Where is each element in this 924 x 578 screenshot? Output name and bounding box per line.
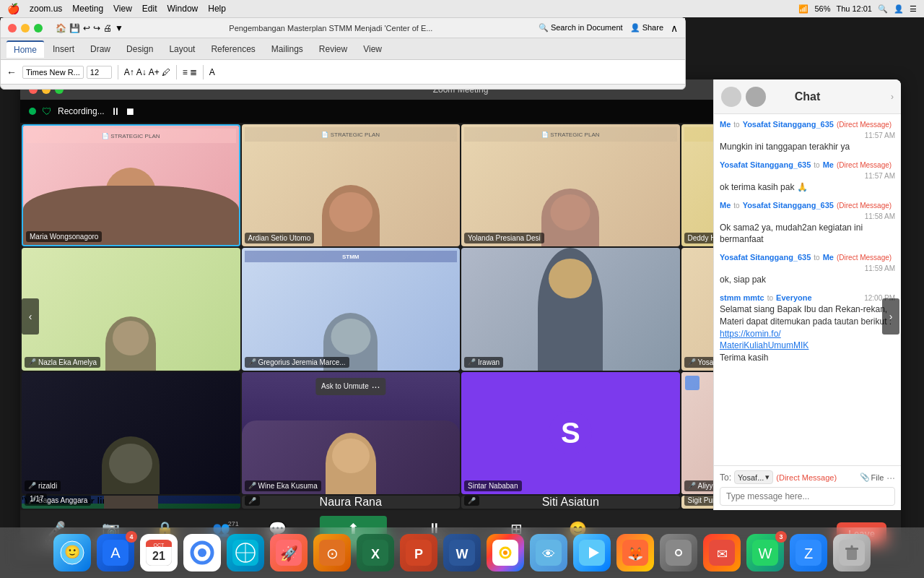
- dock-remotix[interactable]: ⊙: [313, 534, 351, 571]
- word-tab-design[interactable]: Design: [119, 41, 160, 57]
- word-list-btn[interactable]: ≡: [183, 67, 188, 77]
- word-italic-btn[interactable]: A↓: [136, 67, 147, 77]
- apple-logo[interactable]: 🍎: [7, 3, 19, 14]
- sintar-avatar: S: [549, 411, 592, 454]
- word-bold-btn[interactable]: A↑: [124, 67, 134, 77]
- video-cell-nazla: 🎤 Nazla Eka Amelya: [22, 248, 240, 370]
- wifi-icon: 📶: [798, 4, 808, 14]
- dock-photos[interactable]: [487, 534, 524, 571]
- word-maximize-btn[interactable]: [34, 24, 43, 33]
- menu-view[interactable]: View: [113, 4, 132, 14]
- nav-next-btn[interactable]: ›: [882, 298, 899, 335]
- word-color-btn[interactable]: A: [209, 67, 215, 77]
- user-icon[interactable]: 👤: [894, 4, 904, 14]
- word-close-btn[interactable]: [8, 24, 17, 33]
- word-tab-review[interactable]: Review: [312, 41, 354, 57]
- participants-count: 271: [228, 520, 239, 527]
- video-cell-siti: Siti Asiatun 🎤: [461, 496, 680, 509]
- more-options-icon[interactable]: ···: [372, 381, 380, 392]
- video-cell-ardian: 📄 STRATEGIC PLAN Ardian Setio Utomo: [242, 124, 461, 246]
- ask-to-unmute-btn[interactable]: true Ask to Unmute ···: [315, 378, 385, 395]
- dock-preview[interactable]: 👁: [530, 534, 567, 571]
- dock-trash[interactable]: [833, 534, 871, 571]
- page-indicator-left: 1/17: [26, 493, 47, 504]
- chat-link[interactable]: https://komin.fo/MateriKuliahUmumMIK: [720, 329, 808, 351]
- chat-to-chevron: ▾: [765, 473, 770, 482]
- menu-window[interactable]: Window: [167, 4, 199, 14]
- menu-meeting[interactable]: Meeting: [72, 4, 103, 14]
- dock-finder[interactable]: 🙂: [53, 534, 91, 571]
- chat-file-btn[interactable]: 📎 File: [860, 473, 884, 482]
- word-back-btn[interactable]: ←: [6, 66, 17, 78]
- nav-prev-btn[interactable]: ‹: [22, 298, 39, 335]
- word-window: 🏠 💾 ↩ ↪ 🖨 ▼ Pengembangan Masterplan STMM…: [0, 17, 686, 90]
- word-minimize-btn[interactable]: [21, 24, 30, 33]
- chat-msg-4-time: 11:59 AM: [865, 264, 895, 272]
- word-toolbar-icons: 🏠 💾 ↩ ↪ 🖨 ▼: [56, 23, 123, 33]
- participant-name-irawan: 🎤 Irawan: [464, 357, 503, 368]
- chat-msg-5-to: to: [767, 294, 773, 302]
- menu-edit[interactable]: Edit: [142, 4, 157, 14]
- chat-more-btn[interactable]: ···: [886, 472, 895, 483]
- chat-msg-3-to: to: [733, 202, 739, 210]
- menu-help[interactable]: Help: [208, 4, 226, 14]
- chat-input-row: [720, 487, 895, 506]
- dock-settings[interactable]: [660, 534, 697, 571]
- word-collapse-btn[interactable]: ∧: [671, 22, 678, 34]
- dock-excel[interactable]: X: [357, 534, 394, 571]
- chat-to-select[interactable]: Yosaf... ▾: [734, 470, 773, 484]
- word-underline-btn[interactable]: A+: [149, 67, 160, 77]
- word-ribbon: ← Times New R... 12 A↑ A↓ A+ 🖊 ≡ ≣ A: [1, 60, 685, 85]
- dock-zoom[interactable]: Z: [790, 534, 827, 571]
- recording-pause-btn[interactable]: ⏸: [110, 105, 121, 117]
- chat-msg-2-to: to: [814, 161, 819, 169]
- word-traffic-lights: [8, 24, 43, 33]
- spotlight-icon[interactable]: 🔍: [878, 4, 888, 14]
- appstore-badge: 4: [126, 531, 137, 543]
- word-tab-layout[interactable]: Layout: [162, 41, 202, 57]
- dock-spark[interactable]: ✉: [703, 534, 741, 571]
- dock-appstore[interactable]: A 4: [97, 534, 134, 571]
- dock-browser[interactable]: 🦊: [616, 534, 654, 571]
- recording-stop-btn[interactable]: ⏹: [125, 105, 135, 117]
- file-label: File: [871, 473, 884, 482]
- control-center-icon[interactable]: ☰: [910, 4, 917, 14]
- dock-chrome[interactable]: [183, 534, 221, 571]
- participant-name-sintar: Sintar Nababan: [464, 480, 522, 491]
- chat-msg-3-sender: Me: [720, 201, 731, 210]
- word-align-btn[interactable]: ≣: [190, 67, 197, 77]
- chat-expand-btn[interactable]: ›: [891, 92, 894, 102]
- chat-header-icons: [721, 87, 766, 107]
- word-share-btn[interactable]: 👤 Share: [630, 23, 663, 33]
- menu-zoomus[interactable]: zoom.us: [30, 4, 62, 14]
- word-tab-references[interactable]: References: [204, 41, 262, 57]
- svg-text:W: W: [759, 545, 772, 561]
- dock-whatsapp[interactable]: W 3: [746, 534, 784, 571]
- shield-icon: 🛡: [42, 105, 52, 117]
- word-tab-insert[interactable]: Insert: [45, 41, 82, 57]
- chat-icon-1[interactable]: [721, 87, 741, 107]
- chat-input[interactable]: [720, 487, 895, 506]
- dock-powerpoint[interactable]: P: [400, 534, 437, 571]
- battery-level: 56%: [814, 4, 830, 13]
- dock-calendar[interactable]: 21OCT: [140, 534, 178, 571]
- chat-msg-2-time: 11:57 AM: [865, 172, 895, 180]
- dock-quicktime[interactable]: [573, 534, 611, 571]
- chat-icon-2[interactable]: [746, 87, 766, 107]
- svg-text:OCT: OCT: [154, 543, 165, 548]
- dock-safari[interactable]: [227, 534, 264, 571]
- word-font-select[interactable]: Times New R...: [22, 66, 84, 79]
- word-fontsize-select[interactable]: 12: [87, 66, 112, 79]
- dock-rocket[interactable]: 🚀: [270, 534, 308, 571]
- word-search-bar[interactable]: 🔍 Search in Document: [539, 23, 623, 33]
- word-highlight-btn[interactable]: 🖊: [162, 67, 170, 77]
- word-tab-home[interactable]: Home: [6, 40, 44, 58]
- chat-panel: Chat › Me to Yosafat Sitanggang_635 (Dir…: [713, 79, 901, 510]
- whatsapp-badge: 3: [775, 531, 787, 543]
- word-tab-draw[interactable]: Draw: [83, 41, 118, 57]
- word-tab-mailings[interactable]: Mailings: [264, 41, 310, 57]
- dock-word[interactable]: W: [443, 534, 481, 571]
- chat-msg-1-header: Me to Yosafat Sitanggang_635 (Direct Mes…: [720, 120, 895, 139]
- chat-title: Chat: [795, 90, 821, 103]
- word-tab-view[interactable]: View: [356, 41, 389, 57]
